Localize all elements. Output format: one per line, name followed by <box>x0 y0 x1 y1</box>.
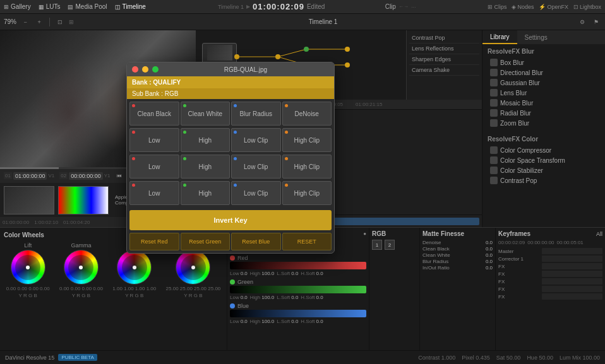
blue-label: Blue <box>237 303 249 309</box>
gain-wheel[interactable] <box>117 250 152 285</box>
rgb-buttons: 1 2 <box>372 240 417 250</box>
node-label-contrast[interactable]: Contrast Pop <box>409 33 479 44</box>
settings-icon[interactable]: ⚙ <box>577 17 587 27</box>
cell-dot-12 <box>285 157 288 160</box>
effect-mosaic-blur[interactable]: Mosaic Blur <box>488 98 600 108</box>
cell-dot-14 <box>183 184 186 187</box>
rgb-btn-2[interactable]: 2 <box>385 240 395 250</box>
effect-color-stabilizer[interactable]: Color Stabilizer <box>488 165 600 175</box>
kf-corrector-row: Corrector 1 <box>498 255 602 262</box>
popup-cell-blur-radius[interactable]: Blur Radius <box>231 102 281 126</box>
popup-cell-low-clip-1[interactable]: Low Clip <box>231 128 281 152</box>
timeline-btn[interactable]: ◫ Timeline <box>115 3 146 10</box>
effect-color-compressor[interactable]: Color Compressor <box>488 145 600 155</box>
zoom-out-icon[interactable]: − <box>20 17 30 27</box>
matte-row-blur-radius: Blur Radius 0.0 <box>422 259 493 264</box>
node-label-camera[interactable]: Camera Shake <box>409 65 479 76</box>
popup-cell-low-clip-2[interactable]: Low Clip <box>231 155 281 179</box>
lightbox-btn[interactable]: ⊡Lightbox <box>573 4 601 10</box>
inout-label: In/Out Ratio <box>422 265 450 271</box>
red-bar[interactable] <box>230 262 366 269</box>
effect-zoom-blur[interactable]: Zoom Blur <box>488 118 600 128</box>
effect-box-blur[interactable]: Box Blur <box>488 57 600 68</box>
popup-cell-denoise[interactable]: DeNoise <box>282 102 332 126</box>
effect-gaussian-blur[interactable]: Gaussian Blur <box>488 78 600 88</box>
master-track[interactable] <box>542 248 602 254</box>
popup-cell-low-clip-3[interactable]: Low Clip <box>231 181 281 205</box>
popup-subbank: Sub Bank : RGB <box>127 88 334 99</box>
popup-cell-high-2[interactable]: High <box>181 155 231 179</box>
popup-cell-low-2[interactable]: Low <box>129 155 179 179</box>
kf-fx-2-row: FX <box>498 271 602 277</box>
openfx-btn[interactable]: ⚡OpenFX <box>539 4 568 10</box>
main-timecode: 01:00:02:09 <box>253 2 304 11</box>
fx-4-track[interactable] <box>542 286 602 292</box>
node-label-lens[interactable]: Lens Reflections <box>409 44 479 54</box>
effect-radial-blur[interactable]: Radial Blur <box>488 108 600 118</box>
close-dot[interactable] <box>132 66 138 73</box>
fx-5-track[interactable] <box>542 293 602 300</box>
popup-cell-high-3[interactable]: High <box>181 181 231 205</box>
offset-wheel[interactable] <box>176 250 210 285</box>
clean-black-label: Clean Black <box>422 246 450 252</box>
popup-cell-clean-white[interactable]: Clean White <box>181 102 231 126</box>
luts-btn[interactable]: ▦ LUTs <box>39 3 61 10</box>
minimize-dot[interactable] <box>142 66 148 73</box>
contrast-label: Contrast 1.000 <box>418 355 455 361</box>
keyframes-all-btn[interactable]: All <box>596 231 602 237</box>
gamma-wheel[interactable] <box>64 250 99 285</box>
node-01-thumb <box>207 45 232 61</box>
reset-button[interactable]: RESET <box>282 233 332 250</box>
blue-bar[interactable] <box>230 310 366 317</box>
popup-cell-high-clip-3[interactable]: High Clip <box>282 181 332 205</box>
green-bar[interactable] <box>230 286 366 293</box>
rgb-qual-popup[interactable]: RGB-QUAL.jpg Bank : QUALIFY Sub Bank : R… <box>126 62 335 254</box>
lift-label: Lift <box>24 242 32 249</box>
corrector-track[interactable] <box>542 255 602 262</box>
popup-grid-1: Clean Black Clean White Blur Radius DeNo… <box>127 99 334 128</box>
prev-frame-btn[interactable]: ⏮ <box>115 172 124 180</box>
effect-lens-blur[interactable]: Lens Blur <box>488 88 600 98</box>
popup-cell-high-1[interactable]: High <box>181 128 231 152</box>
fx-1-track[interactable] <box>542 263 602 269</box>
fx-2-track[interactable] <box>542 271 602 277</box>
reset-red-button[interactable]: Reset Red <box>129 233 179 250</box>
offset-values: 25.00 25.00 25.00 25.00 <box>166 286 221 291</box>
lift-wheel[interactable] <box>11 250 45 285</box>
hue-label: Hue 50.00 <box>527 355 553 361</box>
effect-directional-blur[interactable]: Directional Blur <box>488 68 600 78</box>
invert-key-button[interactable]: Invert Key <box>129 210 332 230</box>
effect-contrast-pop[interactable]: Contrast Pop <box>488 175 600 185</box>
rgb-btn-1[interactable]: 1 <box>372 240 382 250</box>
effect-color-space-transform[interactable]: Color Space Transform <box>488 155 600 165</box>
media-pool-btn[interactable]: ▤ Media Pool <box>68 3 107 10</box>
gallery-btn[interactable]: ⊞ Gallery <box>4 3 31 10</box>
tab-settings[interactable]: Settings <box>517 30 555 44</box>
popup-cell-high-clip-2[interactable]: High Clip <box>282 155 332 179</box>
nodes-btn[interactable]: ◈Nodes <box>512 4 534 10</box>
node-label-sharpen[interactable]: Sharpen Edges <box>409 54 479 65</box>
app-name-status: DaVinci Resolve 15 <box>5 355 54 361</box>
keyframes-timecodes: 00:00:02:09 00:00:00:00 00:00:05:01 <box>498 240 602 245</box>
clip-thumb-gray[interactable] <box>4 186 54 214</box>
reset-green-button[interactable]: Reset Green <box>181 233 231 250</box>
popup-cell-high-clip-1[interactable]: High Clip <box>282 128 332 152</box>
fx-4-label: FX <box>498 286 539 292</box>
tab-library[interactable]: Library <box>482 30 517 44</box>
maximize-dot[interactable] <box>152 66 159 73</box>
fit-icon[interactable]: ⊡ <box>55 17 65 27</box>
flag-icon[interactable]: ⚑ <box>591 17 601 27</box>
reset-blue-button[interactable]: Reset Blue <box>231 233 281 250</box>
clip-thumb-color[interactable] <box>58 186 109 214</box>
clips-btn[interactable]: ⊞Clips <box>488 4 506 10</box>
popup-cell-clean-black[interactable]: Clean Black <box>129 102 179 126</box>
popup-invert-row: Invert Key <box>127 208 334 233</box>
popup-cell-low-1[interactable]: Low <box>129 128 179 152</box>
svg-point-7 <box>304 47 309 52</box>
fx-3-track[interactable] <box>542 278 602 285</box>
sat-label: Sat 50.00 <box>496 355 521 361</box>
popup-cell-low-3[interactable]: Low <box>129 181 179 205</box>
wheel-gamma: Gamma 0.00 0.00 0.00 0.00 Y R G B <box>59 242 103 298</box>
zoom-in-icon[interactable]: + <box>34 17 44 27</box>
tc-item-2: 02 00:00:00:00 Y1 <box>59 172 110 180</box>
